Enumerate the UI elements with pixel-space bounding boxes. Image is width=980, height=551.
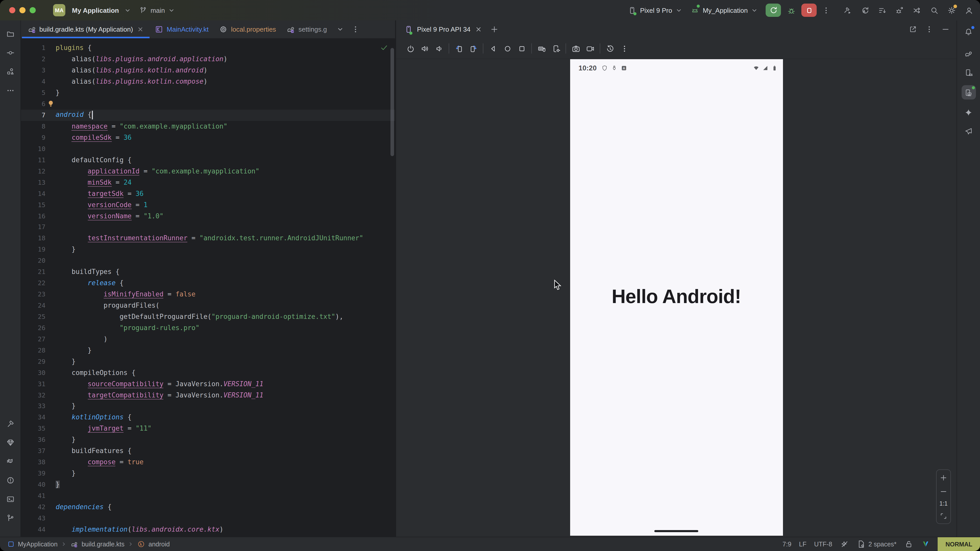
device-selector[interactable]: Pixel 9 Pro (627, 4, 683, 16)
chevron-down-icon[interactable] (334, 23, 346, 35)
stop-button[interactable] (801, 3, 817, 17)
lightbulb-icon[interactable] (45, 100, 56, 108)
close-icon[interactable] (136, 23, 144, 35)
branch-widget[interactable]: main (139, 4, 176, 16)
build-variants-icon[interactable] (876, 4, 888, 16)
settings-gear-icon[interactable] (945, 4, 958, 16)
more-vertical-icon[interactable] (618, 42, 630, 55)
terminal-icon[interactable] (4, 493, 16, 505)
inspections-ok-icon[interactable] (378, 41, 390, 54)
line-number: 44 (21, 526, 45, 533)
volume-up-icon[interactable] (418, 42, 431, 55)
gemini-sparkle-icon[interactable] (963, 106, 975, 118)
emulator-screen[interactable]: 10:20 A Hello Android! (570, 59, 783, 536)
open-in-window-icon[interactable] (907, 23, 919, 35)
code-text: } (56, 436, 76, 444)
editor-tab-2[interactable]: MainActivity.kt (149, 21, 213, 38)
overview-icon[interactable] (515, 42, 528, 55)
editor-tab-3[interactable]: local.properties (213, 21, 281, 38)
volume-down-icon[interactable] (433, 42, 445, 55)
code-line-38: 38 compose = true (21, 456, 395, 468)
hardware-input-icon[interactable] (535, 42, 548, 55)
more-vertical-icon[interactable] (349, 23, 362, 35)
running-devices-icon[interactable] (961, 85, 976, 100)
vim-normal-mode-badge[interactable]: NORMAL (938, 537, 980, 551)
gradle-icon[interactable] (963, 48, 975, 60)
account-icon[interactable] (963, 4, 975, 16)
rotate-right-icon[interactable] (467, 42, 479, 55)
minimize-window-button[interactable] (19, 7, 25, 13)
code-line-26: 26 "proguard-rules.pro" (21, 322, 395, 333)
run-options-more-icon[interactable] (820, 4, 832, 16)
run-configuration-selector[interactable]: My_Application (690, 4, 759, 16)
code-text: getDefaultProguardFile("proguard-android… (56, 313, 343, 321)
code-editor[interactable]: 1plugins {2 alias(libs.plugins.android.a… (21, 39, 395, 537)
rerun-button[interactable] (765, 3, 781, 17)
editor-scrollbar[interactable] (390, 48, 394, 156)
version-control-icon[interactable] (4, 512, 16, 524)
editor-tab-1[interactable]: build.gradle.kts (My Application) (22, 21, 149, 38)
vim-mode-icon[interactable] (921, 538, 930, 550)
power-icon[interactable] (404, 42, 417, 55)
search-everywhere-icon[interactable] (928, 4, 940, 16)
more-vertical-icon[interactable] (923, 23, 935, 35)
line-ending-widget[interactable]: LF (799, 540, 807, 548)
code-line-24: 24 proguardFiles( (21, 300, 395, 311)
structure-icon[interactable] (4, 65, 16, 78)
breadcrumb-item[interactable]: android (137, 538, 170, 550)
debug-button[interactable] (785, 4, 797, 16)
project-folder-icon[interactable] (4, 27, 16, 40)
snapshot-restore-icon[interactable] (604, 42, 616, 55)
screenshot-icon[interactable] (570, 42, 582, 55)
app-insights-icon[interactable] (963, 125, 975, 137)
back-icon[interactable] (487, 42, 499, 55)
zoom-in-icon[interactable] (939, 473, 948, 482)
build-hammer-icon[interactable] (841, 4, 853, 16)
code-text: isMinifyEnabled = false (56, 290, 196, 298)
encoding-widget[interactable]: UTF-8 (814, 540, 832, 548)
device-manager-icon[interactable] (963, 66, 975, 79)
commit-icon[interactable] (4, 46, 16, 59)
more-horizontal-icon[interactable] (4, 84, 16, 97)
close-icon[interactable] (474, 23, 484, 35)
hide-panel-icon[interactable] (939, 23, 951, 35)
sync-project-icon[interactable] (859, 4, 871, 16)
code-line-37: 37 buildFeatures { (21, 445, 395, 457)
project-widget[interactable]: MA My Application (53, 4, 132, 16)
notifications-bell-icon[interactable] (963, 25, 975, 38)
editor-tab-4[interactable]: settings.g (281, 21, 332, 38)
code-line-32: 32 targetCompatibility = JavaVersion.VER… (21, 389, 395, 400)
attach-debugger-icon[interactable] (893, 4, 905, 16)
device-settings-icon[interactable] (550, 42, 562, 55)
line-number: 6 (21, 100, 45, 108)
add-device-tab-icon[interactable] (488, 23, 501, 35)
breadcrumb-item[interactable]: MyApplication (6, 538, 58, 550)
caret-position-widget[interactable]: 7:9 (783, 540, 791, 548)
unlock-icon[interactable] (904, 538, 913, 550)
code-line-19: 19 } (21, 244, 395, 255)
stop-icon (805, 6, 813, 14)
fit-screen-icon[interactable] (939, 511, 948, 520)
profiler-icon[interactable] (911, 4, 923, 16)
gemini-gem-icon[interactable] (4, 436, 16, 448)
device-tab[interactable]: Pixel 9 Pro API 34 (403, 23, 484, 35)
zoom-out-icon[interactable] (939, 487, 948, 496)
left-strip-bottom (4, 417, 16, 530)
zoom-window-button[interactable] (30, 7, 36, 13)
logcat-icon[interactable] (4, 455, 16, 467)
zoom-ratio-button[interactable]: 1:1 (939, 500, 948, 507)
ai-disabled-icon[interactable] (840, 538, 849, 550)
line-number: 34 (21, 413, 45, 421)
home-icon[interactable] (501, 42, 514, 55)
rotate-left-icon[interactable] (453, 42, 465, 55)
line-number: 25 (21, 313, 45, 321)
build-tool-icon[interactable] (4, 417, 16, 430)
problems-icon[interactable] (4, 474, 16, 486)
indent-widget[interactable]: 2 spaces* (857, 538, 897, 550)
close-window-button[interactable] (9, 7, 15, 13)
breadcrumb-item[interactable]: build.gradle.kts (70, 538, 124, 550)
screen-record-icon[interactable] (584, 42, 596, 55)
line-number: 22 (21, 279, 45, 287)
run-config-label: My_Application (703, 6, 748, 14)
gesture-handle[interactable] (654, 530, 698, 532)
